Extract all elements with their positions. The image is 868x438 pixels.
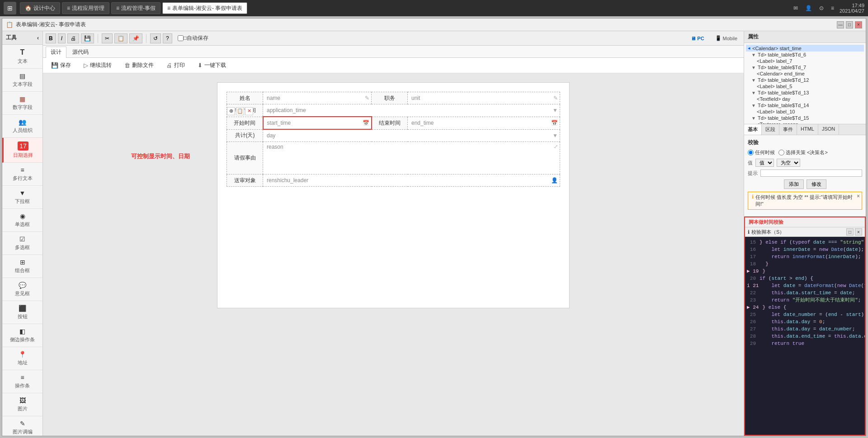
tab-source[interactable]: 源代码 (67, 47, 94, 57)
sidebar-item-image-edit[interactable]: ✎ 图片调编 (2, 416, 42, 436)
print-preview-button[interactable]: 🖨 (67, 33, 79, 43)
delete-file-button[interactable]: 🗑 删除文件 (122, 61, 156, 70)
tab-flow-app-mgmt[interactable]: ≡ 流程应用管理 (62, 2, 109, 14)
refresh-button[interactable]: ↺ (150, 33, 161, 43)
save-button[interactable]: 💾 (81, 33, 94, 43)
script-close-btn[interactable]: × (855, 228, 862, 235)
add-validation-button[interactable]: 添加 (784, 179, 804, 189)
hint-input[interactable] (760, 170, 862, 177)
radio-select-label[interactable]: 选择关策 <决策名> (778, 149, 828, 156)
sidebar-item-combo[interactable]: ⊞ 组合框 (2, 255, 42, 278)
props-tab-section[interactable]: 区段 (762, 124, 779, 135)
props-tab-json[interactable]: JSON (818, 124, 839, 135)
help-button[interactable]: ? (163, 33, 172, 43)
menu-icon[interactable]: ≡ (831, 5, 834, 11)
script-maximize-btn[interactable]: □ (846, 228, 854, 235)
radio-anytime-label[interactable]: 任何时候 (748, 149, 775, 156)
tree-item-td7[interactable]: ▼ Td> table_table$Td_7 (746, 64, 864, 71)
app-logo[interactable]: ⊞ (4, 2, 16, 14)
minimize-button[interactable]: — (837, 21, 844, 28)
radio-anytime[interactable] (748, 150, 754, 155)
sidebar-item-text[interactable]: T 文本 (2, 45, 42, 69)
tree-item-start-time[interactable]: ◂ <Calendar> start_time (746, 45, 864, 52)
sidebar-item-address[interactable]: 📍 地址 (2, 347, 42, 370)
sidebar-item-image[interactable]: 🖼 图片 (2, 393, 42, 416)
modify-validation-button[interactable]: 修改 (807, 179, 826, 189)
tree-item-textfield-day[interactable]: <Textfield> day (746, 96, 864, 102)
copy-button[interactable]: 📋 (114, 33, 127, 43)
tree-item-td15[interactable]: ▼ Td> table_table$Td_15 (746, 115, 864, 121)
tree-item-label7[interactable]: <Label> label_7 (746, 58, 864, 64)
input-end-time[interactable] (411, 119, 556, 127)
continue-flow-button[interactable]: ▷ 继续流转 (81, 61, 114, 70)
sidebar-item-side-action[interactable]: ◧ 侧边操作条 (2, 324, 42, 347)
tree-item-td13[interactable]: ▼ Td> table_table$Td_13 (746, 89, 864, 96)
field-total-days[interactable]: ▼ (263, 129, 560, 142)
autosave-checkbox[interactable]: □自动保存 (178, 34, 208, 42)
bold-button[interactable]: B (46, 33, 56, 43)
sidebar-item-dropdown[interactable]: ▼ 下拉框 (2, 186, 42, 209)
sidebar-item-people-org[interactable]: 👥 人员组织 (2, 115, 42, 138)
tree-item-label5[interactable]: <Label> label_5 (746, 83, 864, 89)
message-icon[interactable]: ✉ (793, 5, 798, 11)
sidebar-item-multiline-text[interactable]: ≡ 多行文本 (2, 163, 42, 186)
tree-item-label10[interactable]: <Label> label_10 (746, 108, 864, 115)
sidebar-item-action-bar[interactable]: ≡ 操作条 (2, 370, 42, 393)
sidebar-item-radio[interactable]: ◉ 单选框 (2, 209, 42, 232)
field-start-time[interactable]: 📅 (263, 117, 372, 129)
field-reviewer[interactable]: 👤 (263, 174, 560, 187)
textarea-reason[interactable]: reason (267, 144, 556, 171)
condition-select[interactable]: 为空 (777, 159, 800, 167)
sidebar-collapse-btn[interactable]: ‹ (37, 35, 39, 41)
tab-form-editor[interactable]: ≡ 表单编辑-湘安云- 事假申请表 (162, 2, 247, 14)
restore-button[interactable]: □ (846, 21, 853, 28)
input-total-days[interactable] (267, 132, 556, 140)
help-circle-icon[interactable]: ⊙ (819, 5, 824, 11)
pc-view-button[interactable]: 🖥 PC (687, 35, 708, 42)
radio-select-strategy[interactable] (778, 150, 784, 155)
sidebar-item-checkbox[interactable]: ☑ 多选框 (2, 232, 42, 255)
sidebar-item-date-picker[interactable]: 17 日期选择 (2, 138, 42, 163)
script-code-editor[interactable]: 15 } else if (typeof date === "string") … (745, 237, 865, 435)
float-delete-btn[interactable]: ✕ (245, 107, 253, 115)
tab-design-center[interactable]: 🏠 设计中心 (20, 2, 60, 14)
value-operator-select[interactable]: 值 (755, 159, 774, 167)
sidebar-item-button[interactable]: ⬛ 按钮 (2, 301, 42, 324)
field-reason[interactable]: ⤢ reason (263, 142, 560, 174)
mobile-view-button[interactable]: 📱 Mobile (712, 34, 741, 42)
sidebar-item-opinion[interactable]: 💬 意见框 (2, 278, 42, 301)
field-name[interactable]: ✎ (263, 92, 372, 104)
save-form-button[interactable]: 💾 保存 (48, 61, 74, 70)
sidebar-item-number-field[interactable]: ▦ 数字字段 (2, 92, 42, 115)
tree-item-td12[interactable]: ▼ Td> table_table$Td_12 (746, 77, 864, 83)
tab-flow-mgmt[interactable]: ≡ 流程管理-事假 (111, 2, 160, 14)
alert-close-button[interactable]: × (857, 193, 860, 199)
italic-button[interactable]: I (58, 33, 66, 43)
one-click-download-button[interactable]: ⬇ 一键下载 (195, 61, 229, 70)
tree-item-td14[interactable]: ▼ Td> table_table$Td_14 (746, 102, 864, 108)
tree-item-textarea-reason[interactable]: <Textarea> reason (746, 121, 864, 124)
autosave-input[interactable] (178, 35, 184, 41)
field-apply-time[interactable]: ▼ (263, 104, 560, 117)
float-copy-btn[interactable]: 📋 (236, 107, 244, 115)
input-position[interactable] (411, 94, 556, 102)
props-tab-basic[interactable]: 基本 (744, 124, 762, 135)
close-button[interactable]: × (855, 21, 862, 28)
user-icon[interactable]: 👤 (805, 5, 812, 11)
field-end-time[interactable]: 📅 (408, 117, 560, 129)
input-reviewer[interactable] (267, 176, 556, 184)
field-position[interactable]: ✎ (408, 92, 560, 104)
input-start-time[interactable] (267, 119, 368, 127)
print-button[interactable]: 🖨 打印 (164, 61, 188, 70)
input-name[interactable] (267, 94, 368, 102)
cut-button[interactable]: ✂ (102, 33, 113, 43)
float-move-btn[interactable]: ⊕ (227, 107, 235, 115)
props-tab-event[interactable]: 事件 (779, 124, 797, 135)
tree-item-td6[interactable]: ▼ Td> table_table$Td_6 (746, 52, 864, 58)
tree-item-calendar-end[interactable]: <Calendar> end_time (746, 71, 864, 77)
tab-design[interactable]: 设计 (46, 47, 66, 58)
paste-button[interactable]: 📌 (129, 33, 142, 43)
input-apply-time[interactable] (267, 106, 556, 114)
props-tab-html[interactable]: HTML (797, 124, 818, 135)
sidebar-item-text-field[interactable]: ▤ 文本字段 (2, 69, 42, 92)
